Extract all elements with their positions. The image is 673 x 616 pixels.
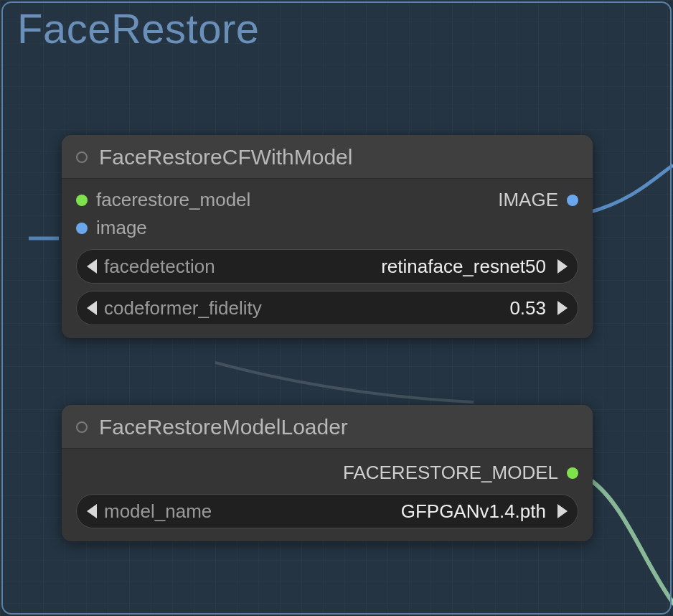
widget-model-name[interactable]: model_name GFPGANv1.4.pth [76, 494, 578, 528]
node-title: FaceRestoreCFWithModel [99, 145, 352, 169]
collapse-toggle-icon[interactable] [76, 421, 88, 433]
chevron-left-icon[interactable] [87, 259, 97, 274]
chevron-right-icon[interactable] [557, 504, 568, 518]
node-face-restore-cf-with-model[interactable]: FaceRestoreCFWithModel facerestore_model… [62, 135, 593, 338]
input-port-facerestore-model[interactable] [76, 195, 88, 206]
chevron-right-icon[interactable] [557, 301, 568, 315]
collapse-toggle-icon[interactable] [76, 151, 88, 163]
io-row-image: image [72, 214, 583, 242]
output-port-image[interactable] [567, 195, 578, 206]
group-title: FaceRestore [17, 4, 260, 52]
widget-value: GFPGANv1.4.pth [401, 500, 546, 523]
widget-facedetection[interactable]: facedetection retinaface_resnet50 [76, 249, 578, 284]
chevron-left-icon[interactable] [87, 301, 97, 315]
node-title: FaceRestoreModelLoader [99, 415, 348, 439]
output-label: IMAGE [498, 189, 558, 211]
group-face-restore[interactable]: FaceRestore FaceRestoreCFWithModel facer… [1, 1, 672, 615]
widget-value: retinaface_resnet50 [381, 256, 546, 278]
chevron-left-icon[interactable] [87, 504, 97, 518]
io-row-facerestore-model-out: FACERESTORE_MODEL [72, 456, 583, 487]
widget-codeformer-fidelity[interactable]: codeformer_fidelity 0.53 [76, 291, 578, 325]
output-port-facerestore-model[interactable] [567, 467, 578, 479]
output-label: FACERESTORE_MODEL [343, 462, 558, 484]
node-body: facerestore_model IMAGE image facedetect… [62, 179, 593, 338]
input-label: image [96, 217, 147, 239]
node-face-restore-model-loader[interactable]: FaceRestoreModelLoader FACERESTORE_MODEL… [62, 405, 593, 541]
node-header[interactable]: FaceRestoreModelLoader [62, 405, 593, 449]
input-port-image[interactable] [76, 223, 88, 234]
widget-value: 0.53 [509, 297, 546, 319]
widget-label: codeformer_fidelity [104, 297, 262, 319]
node-body: FACERESTORE_MODEL model_name GFPGANv1.4.… [62, 449, 593, 541]
node-header[interactable]: FaceRestoreCFWithModel [62, 135, 593, 179]
io-row-facerestore-model: facerestore_model IMAGE [72, 186, 583, 214]
input-label: facerestore_model [96, 189, 250, 211]
widget-label: facedetection [104, 256, 215, 278]
widget-label: model_name [104, 500, 212, 523]
chevron-right-icon[interactable] [557, 259, 568, 274]
